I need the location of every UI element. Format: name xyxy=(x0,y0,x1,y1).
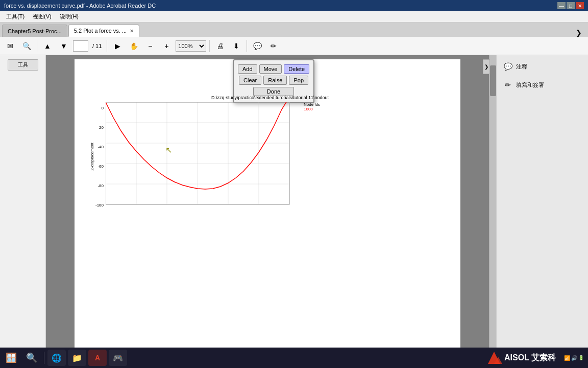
right-tool-comment[interactable]: 💬 注釋 xyxy=(501,59,584,74)
tab-close-icon[interactable]: ✕ xyxy=(130,28,134,34)
dialog-add-button[interactable]: Add xyxy=(238,64,257,74)
chart-wrap: Z-displacement 0 -20 -40 -60 -80 -100 xyxy=(90,102,450,211)
toolbar-separator-2 xyxy=(107,40,107,52)
taskbar-app-explorer[interactable]: 📁 xyxy=(68,350,86,366)
toolbar-separator-1 xyxy=(37,40,37,52)
menu-item-view[interactable]: 视图(V) xyxy=(29,12,56,21)
svg-text:0.02: 0.02 xyxy=(163,209,171,210)
fill-sign-label: 填寫和簽署 xyxy=(516,81,544,89)
download-button[interactable]: ⬇ xyxy=(229,39,243,53)
toolbar-separator-4 xyxy=(247,40,247,52)
chart-title: D:\zzq-study\practico\extended turorials… xyxy=(90,95,450,100)
taskbar-divider-1 xyxy=(44,352,44,364)
search-button[interactable]: 🔍 xyxy=(19,39,34,53)
taskbar-app-acrobat[interactable]: A xyxy=(88,350,107,366)
chart-container: D:\zzq-study\practico\extended turorials… xyxy=(90,95,450,211)
comment-icon: 💬 xyxy=(503,61,513,72)
taskbar-app-app5[interactable]: 🎮 xyxy=(109,350,127,366)
dialog-delete-button[interactable]: Delete xyxy=(284,64,309,74)
close-button[interactable]: ✕ xyxy=(576,2,584,9)
svg-text:0: 0 xyxy=(106,209,107,210)
zoom-select[interactable]: 100% 75% 50% 125% 150% xyxy=(176,40,206,52)
prev-page-button[interactable]: ▲ xyxy=(40,39,55,53)
system-tray: 📶 🔊 🔋 xyxy=(562,355,586,361)
scrollbar-thumb[interactable] xyxy=(490,65,496,96)
dialog-raise-button[interactable]: Raise xyxy=(263,76,287,85)
fill-sign-icon: ✏ xyxy=(503,80,513,90)
menu-bar: 工具(T) 视图(V) 说明(H) xyxy=(0,11,588,22)
zoom-out-button[interactable]: − xyxy=(143,39,157,53)
left-panel: 工具 xyxy=(0,55,46,368)
svg-text:0.059956: 0.059956 xyxy=(281,209,298,210)
email-button[interactable]: ✉ xyxy=(3,39,17,53)
chart-svg: 0 0.01 0.02 0.03 0.04 0.05 0.059956 Time xyxy=(106,102,305,210)
taskbar: 🪟 🔍 🌐 📁 A 🎮 AISOL 艾索科 📶 🔊 🔋 xyxy=(0,348,588,368)
node-ids-label: Node Ids xyxy=(304,102,320,107)
scrollbar-track[interactable] xyxy=(489,55,496,368)
comment-button[interactable]: 💬 xyxy=(250,39,264,53)
svg-text:0.03: 0.03 xyxy=(193,209,202,210)
cursor-tool-button[interactable]: ▶ xyxy=(110,39,125,53)
pdf-page-1: Add Move Delete Clear Raise Pop Done ↖ xyxy=(75,59,460,356)
maximize-button[interactable]: □ xyxy=(567,2,575,9)
y-tick-labels: 0 -20 -40 -60 -80 -100 xyxy=(95,106,104,208)
toolbar: ✉ 🔍 ▲ ▼ 5 / 11 ▶ ✋ − + 100% 75% 50% 125%… xyxy=(0,37,588,55)
svg-text:0.05: 0.05 xyxy=(255,209,263,210)
right-tool-fill-sign[interactable]: ✏ 填寫和簽署 xyxy=(501,78,584,92)
dialog-move-button[interactable]: Move xyxy=(259,64,282,74)
title-bar-buttons: — □ ✕ xyxy=(557,2,584,9)
print-button[interactable]: 🖨 xyxy=(213,39,227,53)
y-axis-label: Z-displacement xyxy=(90,143,94,171)
chevron-right-icon: ❯ xyxy=(576,29,582,37)
zoom-in-button[interactable]: + xyxy=(159,39,174,53)
search-taskbar-button[interactable]: 🔍 xyxy=(22,350,41,366)
right-panel-collapse-button[interactable]: ❯ xyxy=(483,59,490,74)
tab-bar: Chapter5 Post-Proc... 5.2 Plot a force v… xyxy=(0,22,588,37)
network-icon: 📶 xyxy=(564,355,570,361)
taskbar-app-chrome[interactable]: 🌐 xyxy=(47,350,66,366)
right-panel: ❯ 💬 注釋 ✏ 填寫和簽署 在 Document Cloud 中檢索 xyxy=(496,55,588,368)
start-button[interactable]: 🪟 xyxy=(2,350,20,366)
aisol-logo-icon xyxy=(486,350,502,366)
tab-plot-force[interactable]: 5.2 Plot a force vs. ... ✕ xyxy=(68,25,139,37)
main-layout: 工具 Add Move Delete Clear Raise P xyxy=(0,55,588,368)
content-area: Add Move Delete Clear Raise Pop Done ↖ xyxy=(46,55,489,368)
title-bar: force vs. displacement curve.pdf - Adobe… xyxy=(0,0,588,11)
toolbar-separator-3 xyxy=(209,40,210,52)
comment-label: 注釋 xyxy=(516,63,527,71)
minimize-button[interactable]: — xyxy=(557,2,566,9)
node-ids-container: Node Ids 1000 xyxy=(304,102,320,111)
title-bar-text: force vs. displacement curve.pdf - Adobe… xyxy=(4,3,156,9)
chart-svg-container: 0 0.01 0.02 0.03 0.04 0.05 0.059956 Time xyxy=(106,102,305,211)
svg-text:0.04: 0.04 xyxy=(224,209,232,210)
dialog-pop-button[interactable]: Pop xyxy=(289,76,308,85)
tab-more-btn[interactable]: ❯ xyxy=(572,29,586,37)
dialog-row-2: Clear Raise Pop xyxy=(238,76,309,85)
draw-button[interactable]: ✏ xyxy=(266,39,281,53)
menu-item-tools[interactable]: 工具(T) xyxy=(2,12,29,21)
brand-watermark: AISOL 艾索科 xyxy=(486,350,556,366)
dialog-clear-button[interactable]: Clear xyxy=(239,76,261,85)
tab-chapter5[interactable]: Chapter5 Post-Proc... xyxy=(2,25,67,37)
hand-tool-button[interactable]: ✋ xyxy=(127,39,141,53)
next-page-button[interactable]: ▼ xyxy=(57,39,71,53)
left-tool-item[interactable]: 工具 xyxy=(8,59,38,71)
node-ids-value: 1000 xyxy=(304,107,320,111)
menu-item-help[interactable]: 说明(H) xyxy=(56,12,83,21)
volume-icon: 🔊 xyxy=(571,355,577,361)
dialog-row-1: Add Move Delete xyxy=(238,64,309,74)
battery-icon: 🔋 xyxy=(578,355,584,360)
brand-name: AISOL 艾索科 xyxy=(504,353,556,363)
page-number-input[interactable]: 5 xyxy=(73,40,88,52)
tab-plot-force-label: 5.2 Plot a force vs. ... xyxy=(74,28,127,34)
svg-text:0.01: 0.01 xyxy=(132,209,140,210)
page-total-label: / 11 xyxy=(92,43,102,49)
tab-chapter5-label: Chapter5 Post-Proc... xyxy=(8,28,62,34)
